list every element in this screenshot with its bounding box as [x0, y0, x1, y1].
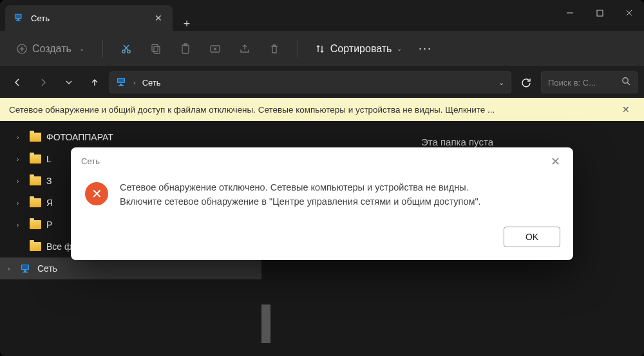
- chevron-right-icon[interactable]: ›: [17, 200, 24, 207]
- share-button[interactable]: [232, 37, 258, 61]
- dialog-footer: OK: [71, 220, 573, 260]
- svg-rect-1: [15, 15, 21, 18]
- sort-button[interactable]: Сортировать ⌄: [308, 39, 409, 59]
- tree-item[interactable]: ›ФОТОАППАРАТ: [0, 126, 270, 148]
- navigation-bar: › Сеть ⌄ Поиск в: С...: [0, 67, 644, 98]
- error-icon: ✕: [85, 182, 108, 205]
- chevron-down-icon: ⌄: [79, 45, 84, 52]
- chevron-right-icon[interactable]: ›: [17, 178, 24, 185]
- chevron-down-icon: ⌄: [397, 45, 402, 52]
- svg-rect-24: [120, 84, 122, 85]
- svg-point-26: [623, 78, 628, 83]
- network-icon: [21, 264, 32, 273]
- dialog-message-line: Сетевое обнаружение отключено. Сетевые к…: [120, 181, 481, 195]
- tree-item-label: P: [46, 220, 52, 230]
- close-icon[interactable]: ✕: [617, 102, 635, 117]
- tree-item-label: З: [46, 176, 52, 186]
- titlebar: Сеть ✕ +: [0, 0, 644, 31]
- svg-point-11: [122, 50, 125, 52]
- svg-rect-3: [16, 21, 21, 21]
- dialog-title: Сеть: [81, 156, 100, 166]
- svg-rect-17: [182, 45, 189, 53]
- create-label: Создать: [32, 43, 71, 55]
- folder-icon: [30, 176, 41, 185]
- dialog-message: Сетевое обнаружение отключено. Сетевые к…: [120, 181, 481, 209]
- dialog-titlebar: Сеть ✕: [71, 147, 573, 176]
- toolbar: Создать ⌄ Сортировать ⌄ ···: [0, 31, 644, 67]
- svg-rect-15: [152, 44, 158, 52]
- tab-title: Сеть: [31, 14, 147, 23]
- close-button[interactable]: [614, 0, 644, 26]
- sort-icon: [315, 44, 325, 54]
- svg-line-13: [124, 45, 129, 50]
- search-icon: [621, 77, 630, 88]
- search-input[interactable]: Поиск в: С...: [541, 71, 638, 93]
- svg-rect-16: [154, 46, 160, 53]
- tree-item-label: ФОТОАППАРАТ: [46, 132, 113, 142]
- maximize-button[interactable]: [585, 0, 614, 26]
- chevron-right-icon: ›: [133, 79, 136, 86]
- caption-buttons: [555, 0, 644, 31]
- new-tab-button[interactable]: +: [175, 17, 198, 31]
- svg-rect-23: [118, 79, 124, 82]
- svg-line-14: [124, 45, 128, 50]
- forward-button[interactable]: [32, 71, 54, 93]
- delete-button[interactable]: [261, 37, 287, 61]
- info-bar-message: Сетевое обнаружение и общий доступ к фай…: [9, 105, 617, 115]
- svg-rect-30: [24, 270, 26, 272]
- chevron-right-icon[interactable]: ›: [8, 265, 15, 272]
- network-icon: [117, 77, 127, 88]
- cut-button[interactable]: [113, 37, 139, 61]
- svg-rect-29: [22, 265, 28, 269]
- back-button[interactable]: [6, 71, 28, 93]
- network-icon: [14, 13, 24, 23]
- tree-item-label: Я: [46, 198, 53, 208]
- file-explorer-window: Сеть ✕ + Создать ⌄ Сортировать ⌄: [0, 0, 644, 356]
- chevron-right-icon[interactable]: ›: [17, 156, 24, 163]
- dialog-message-line: Включите сетевое обнаружение в "Центре у…: [120, 195, 481, 209]
- error-dialog: Сеть ✕ ✕ Сетевое обнаружение отключено. …: [71, 147, 573, 261]
- sort-label: Сортировать: [330, 43, 392, 55]
- separator: [298, 40, 298, 58]
- ok-button[interactable]: OK: [504, 227, 560, 247]
- close-icon[interactable]: ✕: [548, 152, 563, 171]
- address-bar[interactable]: › Сеть ⌄: [109, 71, 511, 93]
- dialog-body: ✕ Сетевое обнаружение отключено. Сетевые…: [71, 176, 573, 221]
- breadcrumb-location[interactable]: Сеть: [142, 78, 161, 88]
- recent-locations-button[interactable]: [58, 71, 80, 93]
- svg-rect-25: [118, 85, 124, 86]
- folder-icon: [30, 198, 41, 207]
- plus-circle-icon: [17, 44, 27, 54]
- info-bar[interactable]: Сетевое обнаружение и общий доступ к фай…: [0, 98, 644, 121]
- close-icon[interactable]: ✕: [153, 13, 164, 23]
- svg-rect-5: [597, 10, 603, 16]
- paste-button[interactable]: [173, 37, 198, 61]
- folder-icon: [30, 155, 41, 164]
- more-button[interactable]: ···: [412, 37, 438, 61]
- search-placeholder: Поиск в: С...: [548, 78, 616, 88]
- folder-icon: [30, 133, 41, 142]
- folder-icon: [30, 220, 41, 229]
- refresh-button[interactable]: [515, 71, 537, 93]
- tab-strip: Сеть ✕ +: [0, 0, 198, 31]
- tree-item-label: Сеть: [37, 263, 57, 274]
- folder-icon: [30, 242, 41, 251]
- tree-item-label: L: [46, 154, 52, 164]
- tree-item-network[interactable]: › Сеть: [0, 258, 270, 279]
- separator: [102, 40, 103, 58]
- empty-folder-message: Эта папка пуста: [421, 136, 493, 147]
- rename-button[interactable]: [202, 37, 228, 61]
- scrollbar-thumb[interactable]: [261, 304, 270, 343]
- copy-button[interactable]: [143, 37, 169, 61]
- svg-rect-2: [17, 19, 19, 21]
- chevron-right-icon[interactable]: ›: [17, 221, 24, 229]
- create-button[interactable]: Создать ⌄: [9, 39, 92, 59]
- svg-line-27: [627, 82, 630, 85]
- tab-network[interactable]: Сеть ✕: [5, 5, 173, 31]
- up-button[interactable]: [84, 71, 106, 93]
- chevron-right-icon[interactable]: ›: [17, 134, 24, 141]
- svg-point-12: [128, 50, 130, 52]
- chevron-down-icon[interactable]: ⌄: [498, 79, 504, 87]
- svg-rect-31: [23, 272, 28, 273]
- minimize-button[interactable]: [555, 0, 585, 26]
